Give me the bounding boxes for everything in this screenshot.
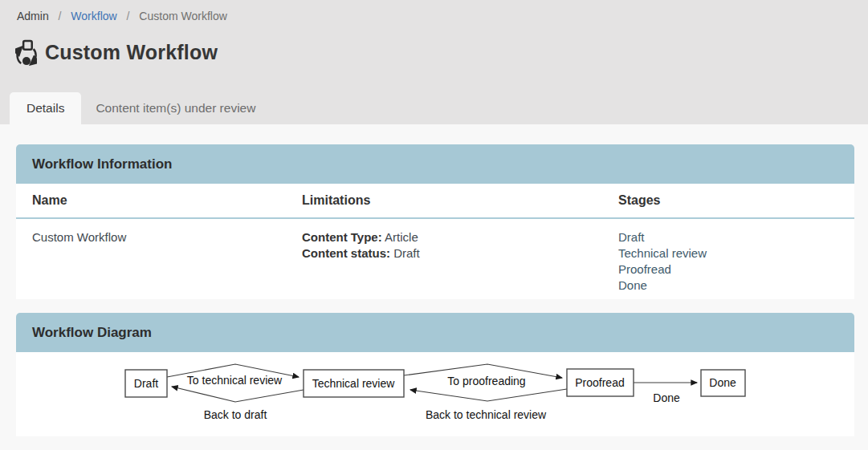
svg-text:Technical review: Technical review	[312, 377, 396, 390]
workflow-information-panel: Workflow Information Name Limitations St…	[16, 144, 854, 299]
workflow-diagram-panel: Workflow Diagram Draft	[16, 313, 854, 436]
column-header-name: Name	[32, 193, 302, 208]
tab-content-items-under-review[interactable]: Content item(s) under review	[81, 92, 270, 124]
workflow-icon	[15, 39, 37, 66]
column-header-limitations: Limitations	[302, 193, 618, 208]
breadcrumb-separator: /	[59, 10, 62, 22]
workflow-name-cell: Custom Workflow	[32, 229, 302, 245]
column-header-stages: Stages	[618, 193, 854, 208]
breadcrumb-item-current: Custom Workflow	[139, 10, 226, 22]
svg-text:Done: Done	[709, 376, 736, 389]
edge-label-back-to-technical-review: Back to technical review	[426, 408, 547, 421]
breadcrumb-separator: /	[127, 10, 130, 22]
stage-item: Draft	[618, 229, 854, 245]
limitation-value: Draft	[393, 246, 420, 260]
workflow-diagram-title: Workflow Diagram	[16, 313, 854, 352]
limitation-content-type: Content Type: Article	[302, 229, 618, 245]
breadcrumb: Admin / Workflow / Custom Workflow	[0, 0, 868, 22]
stages-cell: Draft Technical review Proofread Done	[618, 229, 854, 294]
diagram-node-technical-review: Technical review	[304, 370, 404, 397]
diagram-node-done: Done	[701, 370, 745, 396]
workflow-information-table: Name Limitations Stages Custom Workflow …	[16, 184, 854, 299]
edge-label-to-technical-review: To technical review	[187, 374, 283, 387]
breadcrumb-item-workflow[interactable]: Workflow	[71, 10, 116, 22]
edge-label-back-to-draft: Back to draft	[204, 408, 267, 421]
limitations-cell: Content Type: Article Content status: Dr…	[302, 229, 618, 261]
tab-bar: Details Content item(s) under review	[10, 92, 270, 124]
tab-details[interactable]: Details	[10, 92, 81, 124]
limitation-value: Article	[385, 230, 418, 244]
edge-back-to-technical-review	[410, 389, 567, 401]
diagram-node-draft: Draft	[125, 370, 167, 397]
svg-text:Proofread: Proofread	[575, 376, 624, 389]
workflow-information-title: Workflow Information	[16, 144, 854, 184]
svg-text:Draft: Draft	[134, 377, 158, 390]
stage-item: Proofread	[618, 261, 854, 278]
stage-item: Done	[618, 278, 854, 294]
limitation-content-status: Content status: Draft	[302, 245, 618, 261]
edge-back-to-draft	[172, 387, 304, 402]
stage-item: Technical review	[618, 245, 854, 261]
workflow-diagram-svg: Draft Technical review Proofread Done To…	[16, 352, 854, 436]
table-header-row: Name Limitations Stages	[16, 184, 854, 219]
workflow-diagram-canvas: Draft Technical review Proofread Done To…	[16, 352, 854, 436]
breadcrumb-item-admin: Admin	[17, 10, 49, 22]
title-row: Custom Workflow	[15, 39, 868, 66]
main-content: Workflow Information Name Limitations St…	[0, 124, 868, 436]
table-row: Custom Workflow Content Type: Article Co…	[16, 219, 854, 299]
page-header: Admin / Workflow / Custom Workflow Custo…	[0, 0, 868, 124]
edge-label-done: Done	[653, 391, 680, 404]
edge-label-to-proofreading: To proofreading	[447, 375, 525, 387]
page-title: Custom Workflow	[45, 41, 218, 64]
limitation-label: Content status:	[302, 246, 390, 260]
diagram-node-proofread: Proofread	[567, 369, 634, 396]
limitation-label: Content Type:	[302, 230, 382, 244]
